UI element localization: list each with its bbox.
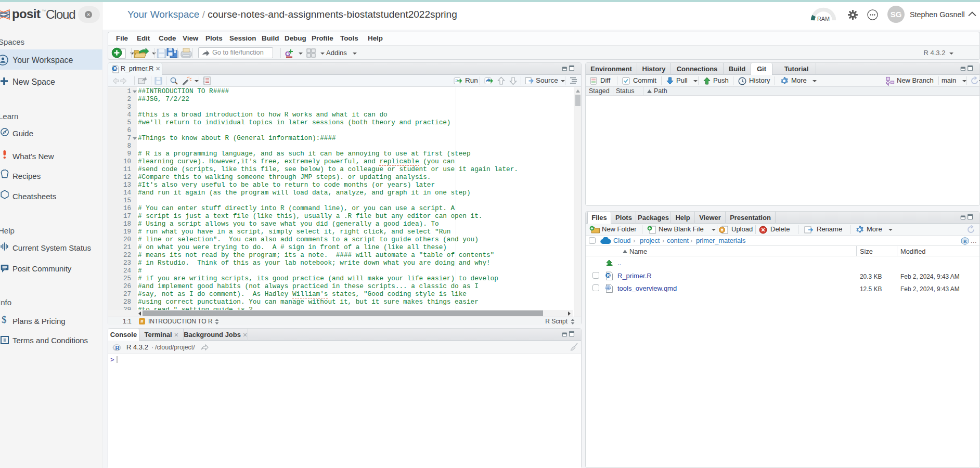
- svg-text:R: R: [113, 66, 117, 71]
- svg-text:RAM: RAM: [817, 16, 830, 22]
- svg-text:$: $: [2, 314, 7, 325]
- svg-text:R: R: [963, 239, 967, 244]
- svg-text:R: R: [115, 345, 120, 351]
- svg-text:R: R: [607, 273, 610, 278]
